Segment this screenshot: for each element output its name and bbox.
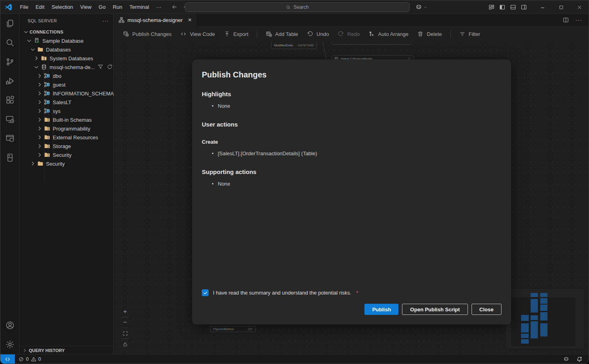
tree-item-security[interactable]: Security bbox=[20, 150, 113, 159]
editor-more-button[interactable]: ··· bbox=[575, 17, 582, 23]
activity-run-debug-icon[interactable] bbox=[0, 71, 20, 91]
menu-run[interactable]: Run bbox=[109, 0, 126, 14]
filter-button[interactable]: Filter bbox=[455, 28, 485, 40]
undo-button[interactable]: Undo bbox=[302, 28, 333, 40]
menu-more-button[interactable]: ··· bbox=[153, 0, 165, 14]
dialog-list-item: None bbox=[212, 180, 511, 188]
folder-icon bbox=[37, 160, 44, 167]
tree-item-external-resources[interactable]: External Resources bbox=[20, 133, 113, 142]
lock-button[interactable] bbox=[120, 339, 130, 349]
tree-item-saleslt[interactable]: SalesLT bbox=[20, 98, 113, 107]
minimize-button[interactable]: – bbox=[533, 0, 552, 14]
tree-item-mssql-schema-de[interactable]: mssql-schema-de... bbox=[20, 63, 113, 71]
publish-changes-dialog: Publish Changes HighlightsNoneUser actio… bbox=[192, 59, 511, 324]
split-editor-icon[interactable] bbox=[563, 17, 569, 23]
copilot-menu[interactable] bbox=[415, 2, 428, 12]
query-history-section[interactable]: QUERY HISTORY bbox=[20, 346, 113, 354]
menu-file[interactable]: File bbox=[16, 0, 32, 14]
menu-view[interactable]: View bbox=[77, 0, 95, 14]
risk-acknowledge-row: I have read the summary and understand t… bbox=[202, 289, 501, 296]
risk-acknowledge-checkbox[interactable] bbox=[202, 289, 209, 296]
table-fragment[interactable] bbox=[331, 42, 412, 45]
copilot-status[interactable] bbox=[563, 356, 569, 362]
minimap-table-block bbox=[521, 315, 529, 321]
column-type: INT bbox=[248, 328, 253, 330]
table-column-row[interactable]: PaymentMethod INT bbox=[210, 326, 256, 332]
layout-sidebar-left-icon[interactable] bbox=[499, 4, 505, 10]
search-placeholder: Search bbox=[293, 4, 308, 10]
open-publish-script-button[interactable]: Open Publish Script bbox=[402, 304, 468, 315]
tab-mssql-schema-designer[interactable]: mssql-schema-designer ✕ bbox=[113, 14, 197, 26]
minimap-table-block bbox=[531, 315, 538, 320]
zoom-in-button[interactable]: + bbox=[120, 307, 130, 317]
close-button[interactable]: Close bbox=[472, 304, 501, 315]
table-column-row[interactable]: ModifiedDate DATETIME bbox=[271, 42, 317, 49]
tree-item-label: guest bbox=[53, 82, 66, 88]
tree-item-dbo[interactable]: dbo bbox=[20, 71, 113, 80]
activity-database-container-icon[interactable] bbox=[0, 129, 20, 148]
layout-sidebar-right-icon[interactable] bbox=[521, 4, 527, 10]
bell-status[interactable] bbox=[576, 356, 583, 362]
view-code-button[interactable]: View Code bbox=[176, 28, 219, 40]
command-center-search[interactable]: Search bbox=[185, 2, 410, 12]
tree-item-label: Built-in Schemas bbox=[53, 117, 92, 123]
indent-guide bbox=[44, 45, 44, 182]
tree-item-connections[interactable]: CONNECTIONS bbox=[20, 28, 113, 36]
activity-remote-explorer-icon[interactable] bbox=[0, 110, 20, 129]
tree-item-label: sys bbox=[53, 108, 61, 114]
tree-item-guest[interactable]: guest bbox=[20, 80, 113, 89]
server-environment-icon bbox=[5, 153, 15, 162]
schema-icon bbox=[44, 99, 50, 105]
zoom-out-button[interactable]: − bbox=[120, 318, 130, 327]
export-button[interactable]: Export bbox=[219, 28, 253, 40]
close-button[interactable] bbox=[570, 0, 589, 14]
tree-item-sample-database[interactable]: Sample Database bbox=[20, 36, 113, 45]
activity-extensions-icon[interactable] bbox=[0, 91, 20, 110]
tree-item-system-databases[interactable]: System Databases bbox=[20, 54, 113, 63]
tree-item-information-schema[interactable]: INFORMATION_SCHEMA bbox=[20, 89, 113, 98]
activity-search-icon[interactable] bbox=[0, 33, 20, 52]
zoom-controls: +− bbox=[120, 307, 130, 349]
dialog-section-list: [SalesLT].[OrderTransactionDetails] (Tab… bbox=[192, 150, 511, 157]
menu-edit[interactable]: Edit bbox=[32, 0, 48, 14]
filter-funnel-icon[interactable] bbox=[98, 64, 104, 70]
problems-status[interactable]: 0 0 bbox=[18, 356, 41, 362]
tree-item-label: SalesLT bbox=[53, 99, 72, 105]
tree-item-databases[interactable]: Databases bbox=[20, 45, 113, 54]
auto-arrange-button[interactable]: Auto Arrange bbox=[364, 28, 413, 40]
fit-view-button[interactable] bbox=[120, 328, 130, 338]
files-icon bbox=[5, 19, 15, 28]
activity-server-environment-icon[interactable] bbox=[0, 148, 20, 167]
publish-button[interactable]: Publish bbox=[364, 304, 398, 315]
tree-item-sys[interactable]: sys bbox=[20, 107, 113, 115]
remote-indicator[interactable] bbox=[0, 354, 15, 364]
dialog-section-list: None bbox=[192, 180, 511, 188]
minimap[interactable] bbox=[506, 289, 584, 348]
layout-panel-icon[interactable] bbox=[510, 4, 516, 10]
menu-terminal[interactable]: Terminal bbox=[126, 0, 153, 14]
activity-files-icon[interactable] bbox=[0, 14, 20, 33]
activity-source-control-icon[interactable] bbox=[0, 52, 20, 71]
activity-account-icon[interactable] bbox=[0, 316, 20, 335]
maximize-button[interactable] bbox=[552, 0, 570, 14]
menu-selection[interactable]: Selection bbox=[48, 0, 76, 14]
tree-item-programmability[interactable]: Programmability bbox=[20, 124, 113, 133]
tab-close-button[interactable]: ✕ bbox=[188, 17, 192, 23]
dialog-section-heading: Highlights bbox=[202, 91, 501, 97]
tree-item-label: Databases bbox=[46, 47, 71, 53]
sidebar-more-button[interactable]: ··· bbox=[102, 18, 109, 24]
back-arrow-icon[interactable] bbox=[171, 4, 177, 10]
tree-item-storage[interactable]: Storage bbox=[20, 142, 113, 150]
menu-go[interactable]: Go bbox=[95, 0, 109, 14]
refresh-icon[interactable] bbox=[107, 64, 113, 70]
delete-button[interactable]: Delete bbox=[413, 28, 446, 40]
redo-button[interactable]: Redo bbox=[333, 28, 364, 40]
publish-changes-button[interactable]: Publish Changes bbox=[118, 28, 176, 40]
tree-item-security[interactable]: Security bbox=[20, 159, 113, 168]
layout-grid-icon[interactable] bbox=[488, 4, 495, 10]
tree-item-built-in-schemas[interactable]: Built-in Schemas bbox=[20, 115, 113, 124]
menu-bar: FileEditSelectionViewGoRunTerminal··· bbox=[16, 0, 165, 14]
add-table-button[interactable]: Add Table bbox=[261, 28, 303, 40]
minimap-table-block bbox=[540, 305, 547, 311]
activity-settings-gear-icon[interactable] bbox=[0, 335, 20, 354]
